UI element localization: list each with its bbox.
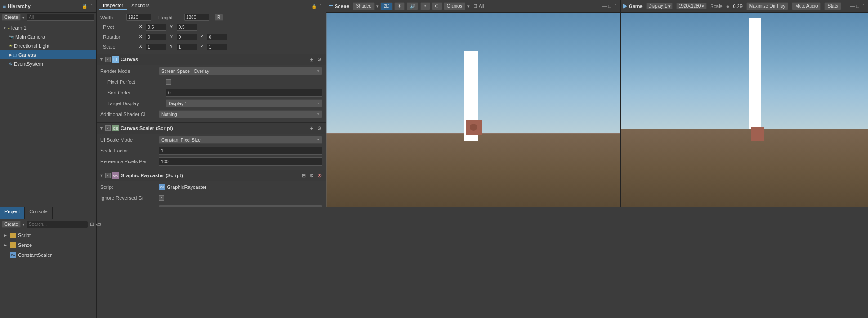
project-search-input[interactable] xyxy=(27,221,88,228)
inspector-menu-icon[interactable]: ⋮ xyxy=(318,4,323,9)
gizmos-button[interactable]: Gizmos xyxy=(444,2,465,10)
rot-x-label: X xyxy=(139,34,142,40)
target-display-dropdown[interactable]: Display 1 xyxy=(166,99,322,107)
rot-y-input[interactable] xyxy=(177,34,197,40)
blocking-objects-dropdown[interactable]: None xyxy=(159,205,322,207)
canvas-menu-btn[interactable]: ⚙ xyxy=(316,56,323,63)
project-item-expand-script: ▶ xyxy=(4,233,8,237)
rot-x-input[interactable] xyxy=(146,34,166,40)
gr-settings-btn[interactable]: ⊞ xyxy=(300,172,307,179)
hierarchy-lock-icon[interactable]: 🔒 xyxy=(82,4,87,9)
scale-factor-input[interactable] xyxy=(159,147,322,155)
gr-extra-btn[interactable]: ⊗ xyxy=(316,172,323,179)
additional-shader-dropdown[interactable]: Nothing xyxy=(159,110,322,118)
lights-button[interactable]: ☀ xyxy=(394,2,405,10)
mute-audio-button[interactable]: Mute Audio xyxy=(792,2,821,10)
2d-button[interactable]: 2D xyxy=(380,2,393,10)
sence-folder-icon xyxy=(10,242,16,248)
project-tab[interactable]: Project xyxy=(0,207,25,219)
game-maximize-icon[interactable]: □ xyxy=(856,4,859,9)
ui-scale-dropdown[interactable]: Constant Pixel Size xyxy=(159,136,322,144)
audio-button[interactable]: 🔊 xyxy=(407,2,418,10)
fx-button[interactable]: ✦ xyxy=(420,2,430,10)
pixel-perfect-label: Pixel Perfect xyxy=(100,79,166,85)
game-panel: ▶ Game Display 1 1920x1280 Scale ● 0.29 … xyxy=(621,0,868,207)
canvas-settings-btn[interactable]: ⊞ xyxy=(308,56,315,63)
ref-pixels-input[interactable] xyxy=(159,157,322,166)
stats-button[interactable]: Stats xyxy=(824,2,841,10)
scale-y-input[interactable] xyxy=(177,44,197,50)
dir-light-icon: ☀ xyxy=(9,44,13,48)
project-create-arrow: ▾ xyxy=(22,222,25,227)
hierarchy-create-button[interactable]: Create xyxy=(2,14,21,21)
game-minimize-icon[interactable]: — xyxy=(850,4,855,9)
hierarchy-item-learn1[interactable]: ▼ ⬥ learn 1 xyxy=(0,23,96,32)
height-input[interactable] xyxy=(184,14,209,21)
ignore-reversed-label: Ignore Reversed Gr xyxy=(100,195,159,201)
canvas-scaler-settings-btn[interactable]: ⊞ xyxy=(308,125,315,132)
scene-settings-button[interactable]: ⚙ xyxy=(432,2,442,10)
pivot-y-label: Y xyxy=(170,24,173,31)
shaded-button[interactable]: Shaded xyxy=(353,2,374,10)
scale-z-input[interactable] xyxy=(207,44,227,50)
scene-minimize-icon[interactable]: — xyxy=(602,4,607,9)
sort-order-input[interactable] xyxy=(166,89,322,97)
hierarchy-item-eventsystem[interactable]: ⚙ EventSystem xyxy=(0,59,96,68)
scale-x-input[interactable] xyxy=(146,44,166,50)
scene-view[interactable] xyxy=(326,13,620,207)
canvas-scaler-toggle-icon: ▼ xyxy=(99,126,103,130)
inspector-tab[interactable]: Inspector xyxy=(99,2,127,10)
game-close-icon[interactable]: ⋮ xyxy=(861,4,865,9)
scale-z-label: Z xyxy=(201,44,204,50)
canvas-enabled-checkbox[interactable]: ✓ xyxy=(105,57,111,62)
width-input[interactable] xyxy=(126,14,151,21)
project-tabs: Project Console xyxy=(0,207,96,219)
ignore-reversed-checkbox[interactable]: ✓ xyxy=(159,195,164,201)
rot-z-input[interactable] xyxy=(207,34,227,40)
hierarchy-item-directional-light[interactable]: ☀ Directional Light xyxy=(0,41,96,50)
main-camera-label: Main Camera xyxy=(15,34,45,40)
scale-label: Scale xyxy=(103,44,139,49)
pivot-y-input[interactable] xyxy=(177,24,197,31)
graphic-raycaster-header[interactable]: ▼ ✓ GR Graphic Raycaster (Script) ⊞ ⚙ ⊗ xyxy=(97,170,326,181)
reset-button[interactable]: R xyxy=(215,14,223,21)
project-create-button[interactable]: Create xyxy=(2,221,21,228)
hierarchy-menu-icon[interactable]: ⋮ xyxy=(89,4,94,9)
inspector-lock-icon[interactable]: 🔒 xyxy=(311,4,317,9)
project-filter-icon[interactable]: ⊞ xyxy=(90,221,94,227)
rotation-label: Rotation xyxy=(103,34,139,40)
gr-menu-btn[interactable]: ⚙ xyxy=(308,172,315,179)
canvas-scaler-checkbox[interactable]: ✓ xyxy=(105,125,111,131)
hierarchy-item-main-camera[interactable]: 📷 Main Camera xyxy=(0,32,96,41)
constantscaler-script-icon: C# xyxy=(10,252,16,258)
blocking-objects-label: Blocking Objects xyxy=(100,206,159,207)
constantscaler-label: ConstantScaler xyxy=(18,252,52,258)
gr-checkbox[interactable]: ✓ xyxy=(105,173,111,178)
game-view[interactable] xyxy=(621,13,868,207)
pixel-perfect-checkbox[interactable] xyxy=(166,79,171,85)
scene-character-cube xyxy=(466,120,482,135)
anchors-tab[interactable]: Anchors xyxy=(128,2,153,10)
canvas-scaler-menu-btn[interactable]: ⚙ xyxy=(316,125,323,132)
display-dropdown[interactable]: Display 1 xyxy=(646,3,673,9)
canvas-scaler-header[interactable]: ▼ ✓ CS Canvas Scaler (Script) ⊞ ⚙ xyxy=(97,123,326,134)
scene-maximize-icon[interactable]: □ xyxy=(608,4,611,9)
project-item-sence[interactable]: ▶ Sence xyxy=(0,240,96,250)
hierarchy-item-canvas[interactable]: ▶ ▢ Canvas xyxy=(0,50,96,59)
inspector-header: Inspector Anchors 🔒 ⋮ xyxy=(97,0,326,12)
scale-label: Scale xyxy=(710,4,723,9)
main-camera-icon: 📷 xyxy=(9,35,14,39)
project-item-constantscaler[interactable]: ▶ C# ConstantScaler xyxy=(0,250,96,260)
pivot-x-input[interactable] xyxy=(146,24,166,31)
game-header: ▶ Game Display 1 1920x1280 Scale ● 0.29 … xyxy=(621,0,868,13)
project-tag-icon[interactable]: 🏷 xyxy=(96,222,101,227)
console-tab[interactable]: Console xyxy=(25,207,52,219)
maximize-on-play-button[interactable]: Maximize On Play xyxy=(746,2,789,10)
project-item-script[interactable]: ▶ Script xyxy=(0,230,96,240)
hierarchy-search-input[interactable] xyxy=(27,14,94,21)
game-character-cube xyxy=(751,127,764,141)
canvas-component-header[interactable]: ▼ ✓ ▢ Canvas ⊞ ⚙ xyxy=(97,54,326,65)
resolution-dropdown[interactable]: 1920x1280 xyxy=(676,3,707,9)
render-mode-dropdown[interactable]: Screen Space - Overlay xyxy=(159,67,322,75)
scene-close-icon[interactable]: ⋮ xyxy=(613,4,617,9)
